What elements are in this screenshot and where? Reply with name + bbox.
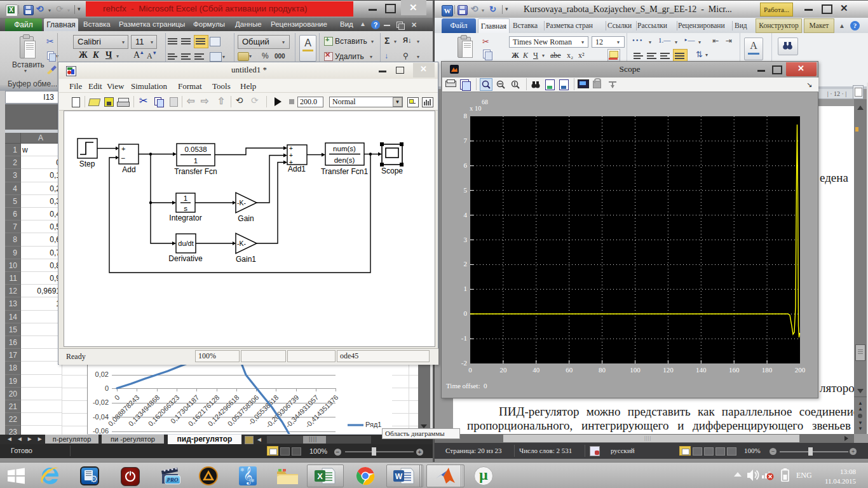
svg-text:Integrator: Integrator [169,214,201,222]
svg-text:+: + [289,152,293,159]
svg-text:+: + [121,145,125,152]
svg-text:+: + [289,145,293,152]
svg-text:num(s): num(s) [333,145,356,152]
svg-text:1: 1 [194,157,198,165]
svg-text:-K-: -K- [237,240,247,247]
svg-text:den(s): den(s) [334,156,355,164]
svg-text:Gain1: Gain1 [236,255,256,264]
svg-text:−: − [121,154,125,163]
svg-text:W: W [395,472,403,481]
svg-text:Step: Step [79,159,95,168]
svg-text:Transfer Fcn: Transfer Fcn [174,167,217,176]
svg-text:Transfer Fcn1: Transfer Fcn1 [321,167,369,176]
svg-text:Add: Add [122,165,135,174]
svg-text:Scope: Scope [381,166,403,175]
svg-text:X: X [317,471,323,481]
svg-text:s: s [184,205,187,212]
svg-text:Derivative: Derivative [168,254,203,263]
svg-text:Gain: Gain [238,214,254,223]
svg-text:-K-: -K- [237,199,247,207]
svg-text:du/dt: du/dt [178,240,193,247]
svg-text:1: 1 [184,194,187,202]
svg-text:0.0538: 0.0538 [184,146,207,153]
svg-text:Add1: Add1 [288,165,306,173]
